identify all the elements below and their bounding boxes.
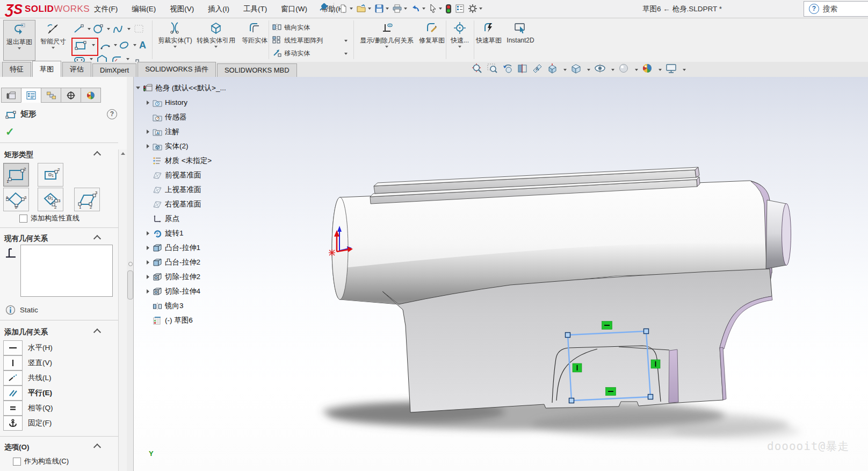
rect-type-header[interactable]: 矩形类型 xyxy=(4,150,114,160)
parallelogram-button[interactable]: 123 xyxy=(74,188,100,211)
configuration-manager-tab[interactable] xyxy=(41,88,61,103)
move-flyout[interactable] xyxy=(344,53,348,55)
annotation-view-icon[interactable]: A xyxy=(532,63,543,76)
options-header[interactable]: 选项(O) xyxy=(4,443,114,452)
vertical-icon[interactable] xyxy=(3,355,23,370)
arc-flyout[interactable] xyxy=(114,44,117,46)
section-view-icon[interactable] xyxy=(517,63,528,76)
tree-item-top-plane[interactable]: 上视基准面 xyxy=(134,182,258,197)
repair-sketch-button[interactable]: 修复草图 xyxy=(419,20,445,60)
relation-equal[interactable]: 相等(Q) xyxy=(3,401,53,416)
menu-tools[interactable]: 工具(T) xyxy=(243,4,267,14)
undo-icon[interactable] xyxy=(410,4,425,13)
vertex-handle[interactable] xyxy=(648,395,653,399)
panel-splitter[interactable] xyxy=(127,77,134,471)
feature-manager-tab[interactable] xyxy=(1,88,21,103)
convert-entities-button[interactable]: 转换实体引用 xyxy=(191,20,241,60)
vertex-handle[interactable] xyxy=(566,333,570,338)
add-construction-lines-checkbox[interactable]: 添加构造性直线 xyxy=(19,213,79,223)
expand-arrow[interactable] xyxy=(144,130,151,134)
relation-horizontal[interactable]: 水平(H) xyxy=(3,340,53,355)
tree-item-solid-bodies[interactable]: 实体(2) xyxy=(134,139,258,153)
quick-snaps-button[interactable]: 快速... xyxy=(448,20,472,60)
vertical-relation-badge[interactable] xyxy=(573,363,582,372)
display-style-icon[interactable] xyxy=(570,63,582,76)
flyout-arrow[interactable] xyxy=(458,46,461,48)
vertex-handle[interactable] xyxy=(569,398,574,403)
trim-entities-button[interactable]: 剪裁实体(T) xyxy=(155,20,196,60)
rectangle-flyout[interactable] xyxy=(92,44,95,46)
horizontal-relation-badge[interactable] xyxy=(606,388,616,396)
settings-gear-icon[interactable] xyxy=(468,4,482,13)
tab-solidworks-addins[interactable]: SOLIDWORKS 插件 xyxy=(138,62,216,77)
expand-arrow[interactable] xyxy=(144,275,151,279)
dimxpert-manager-tab[interactable] xyxy=(61,88,81,103)
tree-item-revolve1[interactable]: 旋转1 xyxy=(134,226,258,240)
save-icon[interactable] xyxy=(374,4,389,13)
relation-vertical[interactable]: 竖直(V) xyxy=(3,355,52,370)
flyout-arrow[interactable] xyxy=(385,46,388,48)
tree-item-mirror3[interactable]: 镜向3 xyxy=(134,298,258,313)
flyout-arrow[interactable] xyxy=(214,46,218,48)
flyout-arrow[interactable] xyxy=(52,47,55,49)
equal-icon[interactable] xyxy=(3,401,23,416)
splitter-handle[interactable] xyxy=(127,270,133,299)
view-settings-icon[interactable] xyxy=(666,63,677,76)
print-icon[interactable] xyxy=(392,4,407,13)
menu-file[interactable]: 文件(F) xyxy=(94,4,118,14)
tree-item-boss-extrude2[interactable]: 凸台-拉伸2 xyxy=(134,255,258,269)
pm-scrollbar[interactable] xyxy=(118,149,127,471)
expand-arrow[interactable] xyxy=(144,289,151,294)
text-tool-icon[interactable]: A xyxy=(137,38,149,53)
pattern-flyout[interactable] xyxy=(344,40,348,42)
new-document-icon[interactable] xyxy=(338,4,353,13)
apply-scene-icon[interactable] xyxy=(642,63,653,76)
pm-ok-button[interactable]: ✓ xyxy=(5,125,15,138)
relation-fix[interactable]: 固定(F) xyxy=(3,416,52,431)
property-manager-tab[interactable] xyxy=(21,88,41,103)
rebuild-traffic-light-icon[interactable] xyxy=(445,4,452,14)
checkbox-icon[interactable] xyxy=(13,458,21,466)
add-relations-header[interactable]: 添加几何关系 xyxy=(4,327,114,337)
help-icon[interactable]: ? xyxy=(809,4,819,14)
center-rectangle-button[interactable]: 12 xyxy=(38,163,63,187)
tree-item-part[interactable]: 枪身 (默认<<默认>_... xyxy=(134,81,258,95)
spline-tool-icon[interactable] xyxy=(112,23,125,38)
as-construction-line-checkbox[interactable]: 作为构造线(C) xyxy=(13,456,69,466)
display-manager-tab[interactable] xyxy=(81,88,101,103)
zoom-fit-icon[interactable] xyxy=(472,63,483,76)
ellipse-flyout[interactable] xyxy=(133,44,136,46)
display-delete-relations-button[interactable]: 显示/删除几何关系 xyxy=(357,20,417,60)
instant2d-button[interactable]: Instant2D xyxy=(504,20,537,60)
line-flyout[interactable] xyxy=(88,28,91,30)
tree-item-boss-extrude1[interactable]: 凸台-拉伸1 xyxy=(134,240,258,255)
line-tool-icon[interactable] xyxy=(73,24,85,37)
scroll-up-icon[interactable] xyxy=(121,152,125,155)
tree-item-material[interactable]: 材质 <未指定> xyxy=(134,153,258,168)
linear-pattern-button[interactable]: 线性草图阵列 xyxy=(272,35,352,47)
horizontal-icon[interactable] xyxy=(3,340,23,355)
relation-collinear[interactable]: 共线(L) xyxy=(3,370,52,386)
circle-tool-icon[interactable] xyxy=(92,23,104,37)
pin-icon[interactable] xyxy=(318,3,328,15)
flyout-arrow[interactable] xyxy=(173,46,177,48)
tab-sketch[interactable]: 草图 xyxy=(32,61,61,77)
fillet-flyout[interactable] xyxy=(126,58,129,60)
edit-appearance-icon[interactable] xyxy=(618,63,630,76)
tree-item-annotations[interactable]: A 注解 xyxy=(134,124,258,139)
mirror-entities-button[interactable]: 镜向实体 xyxy=(272,23,352,34)
tab-dimxpert[interactable]: DimXpert xyxy=(92,63,136,77)
ellipse-tool-icon[interactable] xyxy=(118,39,131,54)
circle-flyout[interactable] xyxy=(107,28,110,30)
scene-flyout[interactable] xyxy=(659,69,662,71)
tree-item-sketch6[interactable]: (-) 草图6 xyxy=(134,313,258,327)
3point-center-rectangle-button[interactable]: 132 xyxy=(38,188,63,211)
collinear-icon[interactable] xyxy=(3,370,23,386)
parallel-icon[interactable] xyxy=(3,386,23,401)
rectangle-tool-icon[interactable] xyxy=(74,39,88,54)
tree-item-history[interactable]: History xyxy=(134,95,258,110)
fix-anchor-icon[interactable] xyxy=(3,416,23,431)
corner-rectangle-button[interactable]: 12 xyxy=(3,163,29,187)
view-orientation-flyout[interactable] xyxy=(563,69,567,71)
tree-item-cut-extrude4[interactable]: 切除-拉伸4 xyxy=(134,284,258,298)
